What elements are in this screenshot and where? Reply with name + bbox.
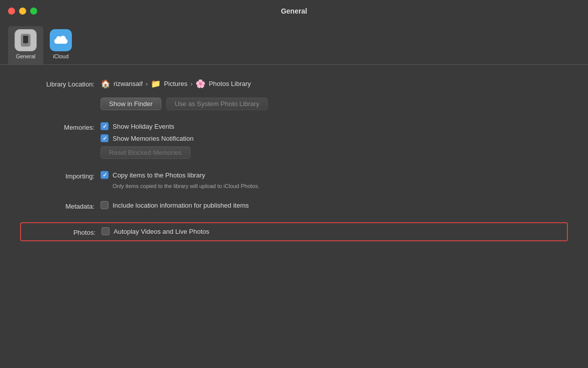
importing-helper-text: Only items copied to the library will up… bbox=[113, 183, 568, 189]
svg-rect-1 bbox=[23, 36, 28, 43]
autoplay-videos-checkbox[interactable] bbox=[102, 227, 110, 235]
photos-label: Photos: bbox=[27, 227, 102, 236]
show-in-finder-button[interactable]: Show in Finder bbox=[101, 98, 161, 110]
show-memories-notification-label: Show Memories Notification bbox=[113, 135, 193, 142]
path-sep-1: › bbox=[146, 80, 148, 87]
metadata-label: Metadata: bbox=[20, 201, 101, 210]
memories-row: Memories: ✓ Show Holiday Events ✓ Show M… bbox=[20, 122, 568, 159]
icloud-icon bbox=[53, 35, 68, 46]
path-sep-2: › bbox=[190, 80, 192, 87]
icloud-tab-icon bbox=[50, 29, 72, 51]
include-location-row: Include location information for publish… bbox=[101, 201, 568, 209]
tab-general-label: General bbox=[16, 53, 35, 59]
maximize-button[interactable] bbox=[30, 8, 37, 15]
checkmark-icon-3: ✓ bbox=[103, 172, 107, 178]
photos-library-icon: 🌸 bbox=[195, 79, 206, 88]
metadata-row: Metadata: Include location information f… bbox=[20, 201, 568, 210]
general-tab-icon bbox=[15, 29, 37, 51]
tab-icloud[interactable]: iCloud bbox=[43, 26, 78, 64]
importing-label: Importing: bbox=[20, 171, 101, 180]
home-icon: 🏠 bbox=[101, 79, 111, 88]
photos-row-highlighted: Photos: Autoplay Videos and Live Photos bbox=[20, 222, 568, 241]
tab-icloud-label: iCloud bbox=[53, 53, 68, 59]
checkmark-icon: ✓ bbox=[103, 124, 107, 129]
toolbar: General iCloud bbox=[0, 22, 588, 65]
library-path: 🏠 rizwansaif › 📁 Pictures › 🌸 Photos Lib… bbox=[101, 79, 568, 88]
checkmark-icon-2: ✓ bbox=[103, 136, 107, 141]
library-buttons: Show in Finder Use as System Photo Libra… bbox=[101, 98, 568, 110]
show-holiday-events-checkbox[interactable]: ✓ bbox=[101, 122, 109, 130]
show-memories-notification-row: ✓ Show Memories Notification bbox=[101, 134, 568, 142]
copy-items-row: ✓ Copy items to the Photos library bbox=[101, 171, 568, 179]
memories-label: Memories: bbox=[20, 122, 101, 131]
importing-row: Importing: ✓ Copy items to the Photos li… bbox=[20, 171, 568, 189]
library-location-label: Library Location: bbox=[20, 79, 101, 88]
close-button[interactable] bbox=[8, 8, 15, 15]
autoplay-videos-row: Autoplay Videos and Live Photos bbox=[102, 227, 561, 235]
show-holiday-events-row: ✓ Show Holiday Events bbox=[101, 122, 568, 130]
path-library: Photos Library bbox=[209, 80, 251, 87]
metadata-content: Include location information for publish… bbox=[101, 201, 568, 209]
minimize-button[interactable] bbox=[19, 8, 26, 15]
include-location-checkbox[interactable] bbox=[101, 201, 109, 209]
photos-content: Autoplay Videos and Live Photos bbox=[102, 227, 561, 235]
copy-items-label: Copy items to the Photos library bbox=[113, 171, 205, 179]
title-bar: General bbox=[0, 0, 588, 22]
use-as-system-button[interactable]: Use as System Photo Library bbox=[166, 98, 268, 110]
library-location-row: Library Location: 🏠 rizwansaif › 📁 Pictu… bbox=[20, 79, 568, 110]
path-home: rizwansaif bbox=[114, 80, 143, 87]
pictures-folder-icon: 📁 bbox=[151, 79, 161, 88]
show-memories-notification-checkbox[interactable]: ✓ bbox=[101, 134, 109, 142]
autoplay-videos-label: Autoplay Videos and Live Photos bbox=[114, 228, 210, 235]
svg-point-2 bbox=[25, 44, 27, 45]
include-location-label: Include location information for publish… bbox=[113, 202, 249, 209]
window-controls bbox=[8, 8, 37, 15]
path-pictures: Pictures bbox=[164, 80, 187, 87]
content-area: Library Location: 🏠 rizwansaif › 📁 Pictu… bbox=[0, 65, 588, 255]
library-location-content: 🏠 rizwansaif › 📁 Pictures › 🌸 Photos Lib… bbox=[101, 79, 568, 110]
window-title: General bbox=[281, 7, 307, 15]
importing-content: ✓ Copy items to the Photos library Only … bbox=[101, 171, 568, 189]
copy-items-checkbox[interactable]: ✓ bbox=[101, 171, 109, 179]
tab-general[interactable]: General bbox=[8, 26, 43, 64]
phone-icon bbox=[19, 33, 33, 47]
show-holiday-events-label: Show Holiday Events bbox=[113, 123, 174, 130]
memories-content: ✓ Show Holiday Events ✓ Show Memories No… bbox=[101, 122, 568, 159]
reset-blocked-memories-button[interactable]: Reset Blocked Memories bbox=[101, 146, 190, 159]
